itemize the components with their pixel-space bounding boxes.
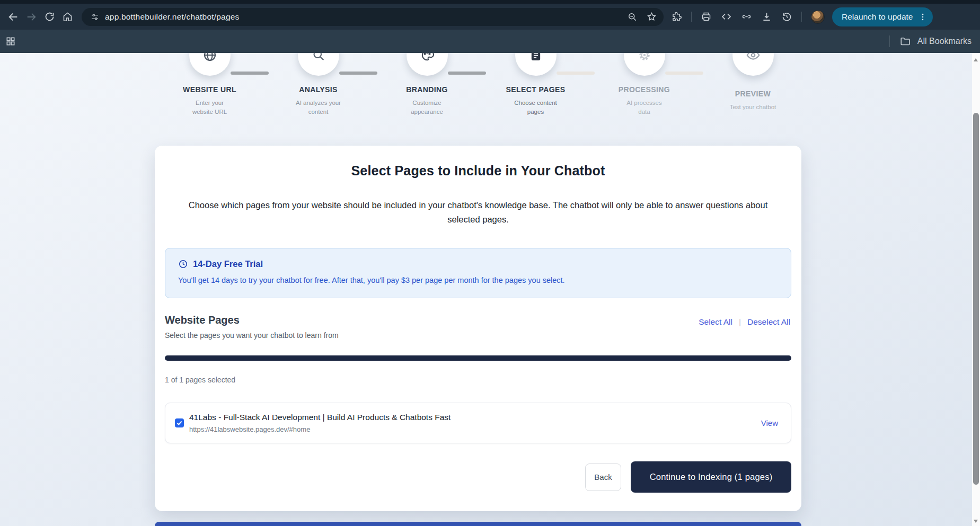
bookmarks-divider — [889, 35, 890, 47]
free-trial-banner: 14-Day Free Trial You'll get 14 days to … — [165, 248, 791, 298]
zoom-out-icon[interactable] — [627, 12, 638, 22]
step-sublabel: Test your chatbot — [730, 103, 776, 112]
forward-icon[interactable] — [22, 8, 40, 26]
selection-progress-bar — [165, 355, 791, 361]
scroll-down-arrow[interactable] — [974, 520, 978, 523]
step-processing: PROCESSING AI processes data — [590, 53, 699, 122]
relaunch-label: Relaunch to update — [842, 12, 913, 22]
step-label: SELECT PAGES — [506, 85, 566, 94]
step-branding: BRANDING Customize appearance — [373, 53, 481, 122]
home-icon[interactable] — [58, 8, 76, 26]
scrollbar-thumb[interactable] — [973, 113, 979, 485]
step-sublabel: AI processes data — [623, 99, 666, 117]
step-label: PROCESSING — [619, 85, 670, 94]
browser-chrome: app.botthebuilder.net/chatbot/pages — [0, 0, 980, 53]
selected-count: 1 of 1 pages selected — [165, 376, 235, 384]
page-item-title: 41Labs - Full-Stack AI Development | Bui… — [189, 413, 451, 422]
step-sublabel: AI analyzes your content — [291, 99, 346, 117]
page-title: Select Pages to Include in Your Chatbot — [155, 163, 801, 179]
back-button[interactable]: Back — [585, 463, 621, 491]
step-analysis: ANALYSIS AI analyzes your content — [264, 53, 373, 122]
step-label: ANALYSIS — [299, 85, 338, 94]
extensions-icon[interactable] — [671, 11, 682, 22]
wizard-stepper: WEBSITE URL Enter your website URL ANALY… — [155, 53, 808, 122]
print-icon[interactable] — [701, 11, 712, 22]
step-sublabel: Enter your website URL — [188, 99, 232, 117]
step-label: PREVIEW — [735, 90, 771, 98]
bookmark-star-icon[interactable] — [646, 11, 657, 22]
url-text[interactable]: app.botthebuilder.net/chatbot/pages — [105, 12, 627, 22]
deselect-all-link[interactable]: Deselect All — [747, 317, 790, 327]
section-subheading: Select the pages you want your chatbot t… — [165, 331, 791, 340]
select-pages-card: Select Pages to Include in Your Chatbot … — [155, 146, 801, 511]
folder-icon — [899, 35, 911, 47]
view-link[interactable]: View — [761, 418, 778, 427]
trial-body: You'll get 14 days to try your chatbot f… — [178, 276, 778, 284]
browser-toolbar: app.botthebuilder.net/chatbot/pages — [0, 4, 980, 30]
address-bar[interactable]: app.botthebuilder.net/chatbot/pages — [82, 8, 664, 26]
step-label: BRANDING — [406, 85, 448, 94]
step-website-url: WEBSITE URL Enter your website URL — [155, 53, 264, 122]
page-checkbox[interactable] — [175, 418, 184, 427]
tab-strip — [0, 0, 980, 4]
scroll-up-arrow[interactable] — [974, 58, 978, 61]
step-sublabel: Choose content pages — [510, 99, 561, 117]
toolbar-divider — [691, 12, 692, 22]
step-sublabel: Customize appearance — [402, 99, 453, 117]
relaunch-button[interactable]: Relaunch to update — [832, 7, 933, 26]
menu-kebab-icon[interactable] — [918, 12, 928, 22]
clock-icon — [178, 259, 188, 269]
download-icon[interactable] — [761, 11, 772, 22]
link-separator: | — [739, 317, 741, 327]
page-list-item[interactable]: 41Labs - Full-Stack AI Development | Bui… — [165, 403, 791, 443]
pages-section-header: Website Pages Select the pages you want … — [165, 314, 791, 340]
history-icon[interactable] — [781, 11, 792, 22]
bookmarks-bar: All Bookmarks — [0, 30, 980, 53]
trial-title: 14-Day Free Trial — [193, 259, 263, 269]
back-icon[interactable] — [4, 8, 22, 26]
link-icon[interactable] — [741, 11, 752, 22]
page-footer-strip — [155, 522, 801, 526]
step-label: WEBSITE URL — [183, 85, 236, 94]
profile-avatar[interactable] — [811, 10, 825, 24]
site-settings-icon[interactable] — [90, 12, 100, 22]
step-preview: PREVIEW Test your chatbot — [699, 53, 807, 122]
select-all-link[interactable]: Select All — [699, 317, 732, 327]
code-icon[interactable] — [721, 11, 732, 22]
reload-icon[interactable] — [40, 8, 58, 26]
scrollbar-track[interactable] — [972, 53, 980, 526]
page-description: Choose which pages from your website sho… — [173, 198, 783, 227]
continue-button[interactable]: Continue to Indexing (1 pages) — [631, 461, 791, 493]
all-bookmarks-label[interactable]: All Bookmarks — [917, 37, 972, 46]
apps-grid-icon[interactable] — [5, 36, 16, 47]
page-item-url: https://41labswebsite.pages.dev/#home — [189, 425, 451, 433]
toolbar-divider — [801, 12, 802, 22]
section-heading: Website Pages — [165, 314, 791, 326]
step-select-pages: SELECT PAGES Choose content pages — [481, 53, 590, 122]
